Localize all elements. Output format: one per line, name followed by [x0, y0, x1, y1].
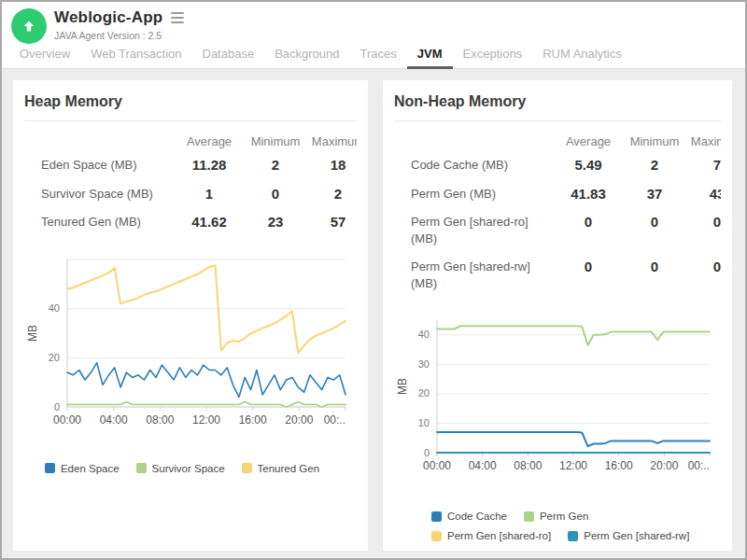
nonheap-memory-panel: Non-Heap Memory Average Minimum Maximum …	[383, 80, 732, 551]
legend-label: Tenured Gen	[258, 463, 320, 474]
column-header-maximum: Maximum	[684, 134, 721, 148]
legend-item-code-cache[interactable]: Code Cache	[431, 511, 507, 522]
svg-text:04:00: 04:00	[469, 459, 497, 472]
svg-text:20: 20	[418, 388, 430, 399]
metric-maximum: 18	[304, 157, 357, 173]
legend-item-perm-gen-shared-ro-[interactable]: Perm Gen [shared-ro]	[431, 530, 551, 541]
svg-text:20: 20	[49, 351, 60, 362]
metric-label: Perm Gen (MB)	[394, 186, 551, 203]
metric-label: Eden Space (MB)	[24, 157, 172, 174]
apm-dashboard: { "header": { "app_title": "Weblogic-App…	[0, 0, 747, 560]
content-area: Heap Memory Average Minimum Maximum Eden…	[2, 69, 745, 559]
metric-maximum: 2	[304, 186, 357, 202]
tab-traces[interactable]: Traces	[350, 47, 407, 69]
tab-database[interactable]: Database	[192, 47, 265, 69]
column-header-average: Average	[551, 134, 626, 148]
svg-text:00:00: 00:00	[423, 459, 451, 472]
tab-jvm[interactable]: JVM	[407, 47, 453, 69]
legend-label: Perm Gen [shared-rw]	[584, 530, 689, 541]
column-header-minimum: Minimum	[247, 134, 304, 148]
metric-minimum: 0	[626, 259, 684, 274]
nonheap-stats-table: Average Minimum Maximum Code Cache (MB) …	[394, 133, 721, 303]
svg-text:10: 10	[418, 417, 430, 428]
menu-icon[interactable]	[169, 10, 186, 25]
svg-text:0: 0	[424, 447, 430, 458]
svg-text:08:00: 08:00	[146, 413, 174, 427]
metric-label: Perm Gen [shared-ro] (MB)	[394, 214, 551, 246]
legend-swatch-icon	[431, 511, 442, 522]
legend-swatch-icon	[524, 511, 534, 522]
metric-minimum: 2	[626, 157, 684, 173]
tab-bar: Overview Web Transaction Database Backgr…	[2, 47, 745, 69]
metric-maximum: 7	[684, 157, 721, 173]
legend-item-survivor-space[interactable]: Survivor Space	[136, 463, 225, 474]
metric-maximum: 0	[684, 259, 721, 274]
table-row: Perm Gen [shared-rw] (MB) 0 0 0	[394, 259, 721, 291]
nonheap-chart-legend: Code CachePerm GenPerm Gen [shared-ro]Pe…	[431, 511, 712, 541]
svg-text:0: 0	[54, 400, 60, 412]
legend-swatch-icon	[242, 463, 252, 473]
svg-text:00:..: 00:..	[688, 459, 710, 472]
legend-item-perm-gen[interactable]: Perm Gen	[524, 511, 588, 522]
legend-label: Code Cache	[447, 511, 507, 522]
legend-label: Eden Space	[61, 463, 120, 474]
metric-minimum: 37	[626, 186, 684, 202]
metric-minimum: 0	[626, 214, 684, 230]
legend-label: Perm Gen [shared-ro]	[447, 530, 551, 541]
svg-text:MB: MB	[26, 325, 39, 342]
metric-average: 0	[551, 259, 626, 274]
tab-web-transaction[interactable]: Web Transaction	[80, 47, 191, 69]
legend-item-tenured-gen[interactable]: Tenured Gen	[242, 463, 320, 474]
metric-maximum: 43	[684, 186, 721, 202]
table-row: Code Cache (MB) 5.49 2 7	[394, 157, 721, 174]
table-row: Perm Gen (MB) 41.83 37 43	[394, 186, 721, 203]
heap-chart-container: 02040MB00:0004:0008:0012:0016:0020:0000:…	[24, 252, 357, 474]
metric-minimum: 2	[247, 157, 304, 173]
legend-label: Survivor Space	[152, 463, 225, 474]
table-header-row: Average Minimum Maximum	[394, 134, 721, 148]
column-header-maximum: Maximum	[304, 134, 357, 148]
heap-stats-table: Average Minimum Maximum Eden Space (MB) …	[24, 133, 357, 243]
metric-average: 0	[551, 214, 626, 230]
metric-minimum: 23	[247, 214, 304, 230]
svg-text:08:00: 08:00	[514, 459, 542, 472]
metric-maximum: 0	[684, 214, 721, 230]
agent-version-label: JAVA Agent Version : 2.5	[54, 30, 186, 41]
svg-text:04:00: 04:00	[100, 413, 128, 427]
svg-text:12:00: 12:00	[559, 459, 587, 472]
legend-label: Perm Gen	[540, 511, 588, 522]
metric-minimum: 0	[247, 186, 304, 202]
metric-label: Survivor Space (MB)	[24, 186, 172, 203]
metric-average: 41.83	[551, 186, 626, 202]
table-row: Eden Space (MB) 11.28 2 18	[24, 157, 357, 174]
nonheap-chart-container: 010203040MB00:0004:0008:0012:0016:0020:0…	[394, 313, 721, 541]
tab-background[interactable]: Background	[264, 47, 349, 69]
legend-swatch-icon	[136, 463, 147, 473]
app-header: Weblogic-App JAVA Agent Version : 2.5	[2, 2, 745, 47]
metric-maximum: 57	[304, 214, 357, 230]
column-header-minimum: Minimum	[626, 134, 684, 148]
heap-memory-panel: Heap Memory Average Minimum Maximum Eden…	[13, 80, 368, 551]
svg-text:MB: MB	[396, 378, 409, 395]
svg-text:20:00: 20:00	[285, 413, 313, 427]
svg-text:30: 30	[418, 358, 430, 370]
tab-overview[interactable]: Overview	[9, 47, 80, 69]
table-row: Tenured Gen (MB) 41.62 23 57	[24, 214, 357, 231]
app-status-icon	[11, 8, 47, 44]
up-arrow-icon	[21, 19, 36, 34]
legend-item-perm-gen-shared-rw-[interactable]: Perm Gen [shared-rw]	[568, 530, 689, 541]
metric-average: 1	[172, 186, 247, 202]
legend-swatch-icon	[568, 531, 578, 541]
svg-text:40: 40	[49, 302, 60, 314]
tab-rum-analytics[interactable]: RUM Analytics	[532, 47, 632, 69]
table-row: Perm Gen [shared-ro] (MB) 0 0 0	[394, 214, 721, 246]
legend-item-eden-space[interactable]: Eden Space	[45, 463, 120, 474]
tab-exceptions[interactable]: Exceptions	[453, 47, 533, 69]
heap-memory-chart: 02040MB00:0004:0008:0012:0016:0020:0000:…	[24, 252, 357, 437]
svg-text:16:00: 16:00	[605, 459, 633, 472]
legend-swatch-icon	[431, 531, 442, 541]
title-block: Weblogic-App JAVA Agent Version : 2.5	[54, 8, 186, 41]
heap-panel-title: Heap Memory	[24, 93, 357, 110]
table-row: Survivor Space (MB) 1 0 2	[24, 186, 357, 203]
svg-text:00:..: 00:..	[324, 413, 345, 427]
